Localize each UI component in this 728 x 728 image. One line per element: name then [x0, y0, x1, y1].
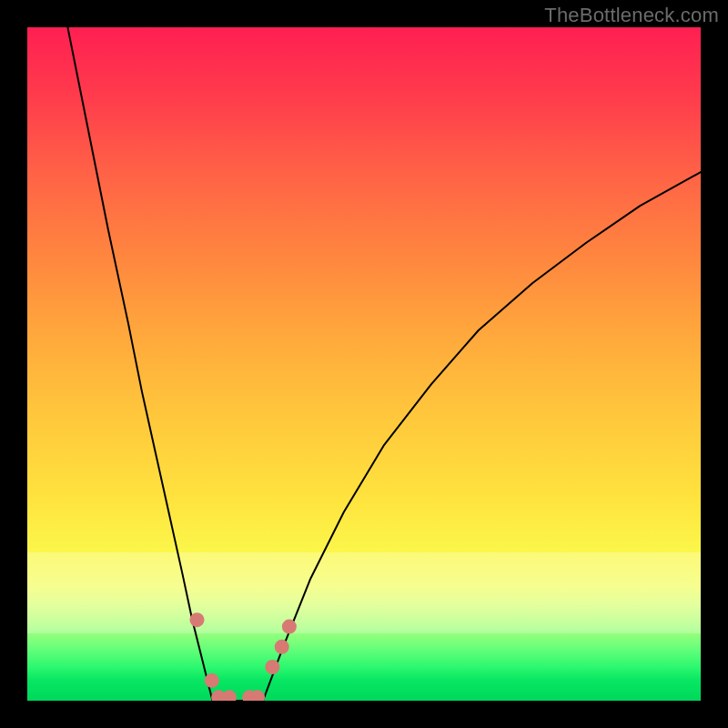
watermark: TheBottleneck.com	[544, 4, 719, 27]
right-marker-a	[265, 660, 279, 674]
left-marker-lower	[205, 673, 219, 688]
floor-marker-a	[211, 690, 226, 701]
floor-marker-d	[250, 690, 265, 701]
highlight-band	[27, 552, 701, 633]
floor-marker-c	[242, 690, 257, 701]
right-marker-b	[275, 640, 289, 654]
floor-marker-b	[222, 690, 237, 701]
plot-area	[27, 27, 701, 701]
chart-frame: TheBottleneck.com	[0, 0, 728, 728]
